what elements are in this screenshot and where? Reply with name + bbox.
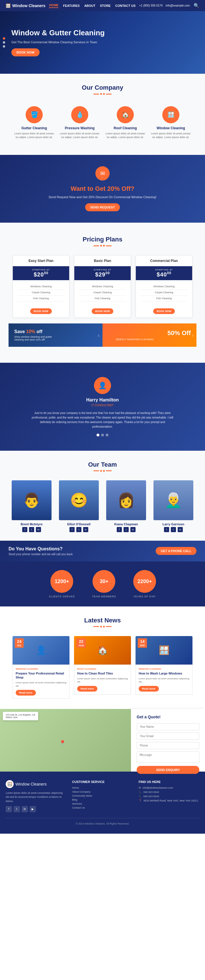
twitter-icon[interactable]: t [29, 527, 34, 532]
facebook-icon-2[interactable]: f [70, 527, 75, 532]
twitter-icon-3[interactable]: t [124, 527, 129, 532]
news-grid: 24JUL 👤 Window Cleaning Prepare Your Pro… [0, 636, 205, 699]
news-title-1: Prepare Your Professional Retail Shop [16, 671, 66, 679]
quote-email-input[interactable] [137, 733, 199, 740]
footer-phone-2: 📞 040 623 6543 [139, 795, 199, 798]
testimonial-quote: Just to let you know your company is the… [31, 411, 174, 429]
plan-easy-book-button[interactable]: Book Now [30, 309, 52, 314]
team-member-kiana: 👩 Kiana Chapman f t in [105, 480, 148, 532]
nav-contact[interactable]: CONTACT US [115, 4, 135, 7]
nav-features[interactable]: FEATURES [63, 4, 79, 7]
facebook-icon-4[interactable]: f [164, 527, 169, 532]
news-excerpt-1: Lorem ipsum dolor sit amet consectetur a… [16, 681, 66, 687]
team-name-kiana: Kiana Chapman [105, 522, 148, 526]
quote-form: Send Enquiry [137, 723, 199, 774]
footer-link-news[interactable]: Community News [72, 794, 133, 797]
promo-50-title: 50% Off [108, 329, 191, 337]
footer-twitter-icon[interactable]: t [14, 806, 20, 812]
news-cat-1: Window Cleaning [16, 668, 66, 670]
plan-commercial-price: $4000 [138, 271, 190, 278]
team-photo-elliot: 😊 [59, 480, 99, 520]
footer-contact-col: Find Us Here ✉ info@windowcleaners.com 📞… [139, 780, 199, 812]
quote-area: Get a Quote! Send Enquiry [131, 709, 205, 772]
copyright-text: © 2024 Window Cleaners. All Rights Reser… [76, 822, 129, 825]
quote-message-input[interactable] [137, 751, 199, 763]
plan-commercial-book-button[interactable]: Book Now [153, 309, 175, 314]
plan-basic-book-button[interactable]: Book Now [92, 309, 113, 314]
pricing-title: Pricing Plans [11, 236, 194, 243]
team-title: Our Team [6, 461, 199, 468]
testimonial-title: IT CONSULTANT [11, 404, 194, 407]
team-social-elliot: f t in [57, 527, 100, 532]
twitter-icon-2[interactable]: t [76, 527, 81, 532]
linkedin-icon-3[interactable]: in [130, 527, 135, 532]
footer-link-blog[interactable]: Blog [72, 799, 133, 801]
footer-facebook-icon[interactable]: f [6, 806, 12, 812]
facebook-icon-3[interactable]: f [117, 527, 122, 532]
news-title: Latest News [6, 617, 199, 624]
cta-phone-button[interactable]: Get a Phone Call [156, 547, 197, 555]
team-photo-larry: 👨‍🦳 [154, 480, 193, 520]
nav-email: info@example.com [165, 4, 190, 7]
stat-clients-circle: 1200+ [51, 570, 73, 593]
footer-link-home[interactable]: Home [72, 786, 133, 789]
footer-logo-text: Window Cleaners [15, 782, 47, 786]
mail-icon: ✉ [100, 170, 105, 177]
section-divider [6, 93, 199, 95]
cta-title: Do You Have Questions? [8, 546, 73, 552]
plan-basic-f2: Carpet Cleaning [79, 290, 126, 296]
news-img-3: 14SEP 🪟 [135, 636, 192, 665]
team-social-larry: f t in [152, 527, 195, 532]
linkedin-icon-2[interactable]: in [83, 527, 88, 532]
plan-easy-price: $2000 [15, 271, 67, 278]
facebook-icon[interactable]: f [22, 527, 27, 532]
stat-exp: 2200+ YEARS OF EXP. [125, 570, 165, 598]
discount-cta-button[interactable]: Send Request [85, 203, 120, 211]
pricing-divider [11, 245, 194, 247]
phone-icon-2: 📞 [139, 795, 142, 798]
plan-commercial-starting: STARTING AT [138, 269, 190, 271]
plan-commercial-name: Commercial Plan [139, 259, 189, 263]
linkedin-icon-4[interactable]: in [178, 527, 183, 532]
testimonial-dot-3[interactable] [106, 434, 108, 436]
footer-link-about[interactable]: About Company [72, 791, 133, 793]
avatar-icon: 👤 [98, 382, 107, 390]
stat-exp-number: 2200+ [138, 579, 152, 584]
footer-link-services[interactable]: Services [72, 802, 133, 805]
quote-name-input[interactable] [137, 723, 199, 730]
pricing-card-commercial: Commercial Plan STARTING AT $4000 Window… [135, 255, 192, 318]
footer-youtube-icon[interactable]: ▶ [30, 806, 36, 812]
footer-address: 📍 4520 Winfield Road, New York, New York… [139, 799, 199, 802]
linkedin-icon[interactable]: in [36, 527, 41, 532]
hero-cta-button[interactable]: Book Now [11, 48, 40, 56]
news-read-1-button[interactable]: Read more [16, 690, 36, 695]
search-icon[interactable]: 🔍 [194, 3, 199, 8]
phone-icon: 📞 [139, 791, 142, 794]
team-photo-brent: 👨 [12, 480, 51, 520]
team-member-elliot: 😊 Elliot O'Donnell f t in [57, 480, 100, 532]
testimonial-name: Harry Hamilton [11, 398, 194, 402]
news-read-3-button[interactable]: Read more [139, 686, 159, 692]
nav-about[interactable]: ABOUT [84, 4, 95, 7]
plan-easy-name: Easy Start Plan [16, 259, 66, 263]
chevron-right-icon[interactable]: › [192, 332, 194, 338]
testimonial-dot-1[interactable] [97, 434, 99, 436]
map-pin-icon: 📍 [59, 740, 66, 746]
team-name-larry: Larry Garrison [152, 522, 195, 526]
team-name-brent: Brent McIntyre [10, 522, 53, 526]
chevron-left-icon[interactable]: ‹ [98, 332, 100, 338]
nav-store[interactable]: STORE [100, 4, 111, 7]
footer-logo: 🪟 Window Cleaners [6, 780, 66, 788]
news-read-2-button[interactable]: Read more [77, 686, 97, 692]
footer-link-contact[interactable]: Contact Us [72, 806, 133, 809]
twitter-icon-4[interactable]: t [171, 527, 176, 532]
pricing-card-basic: Basic Plan STARTING AT $2900 Windows Cle… [74, 255, 131, 318]
nav-home[interactable]: HOME [49, 3, 58, 8]
news-img-2: 22AUG 🏠 [74, 636, 131, 665]
nav-contact-info: +1 (800) 555-0174 info@example.com [139, 4, 190, 7]
footer-instagram-icon[interactable]: in [22, 806, 28, 812]
testimonial-dot-2[interactable] [101, 434, 104, 436]
quote-phone-input[interactable] [137, 742, 199, 749]
quote-submit-button[interactable]: Send Enquiry [137, 766, 199, 774]
hero-title: Window & Gutter Cleaning [11, 29, 105, 37]
